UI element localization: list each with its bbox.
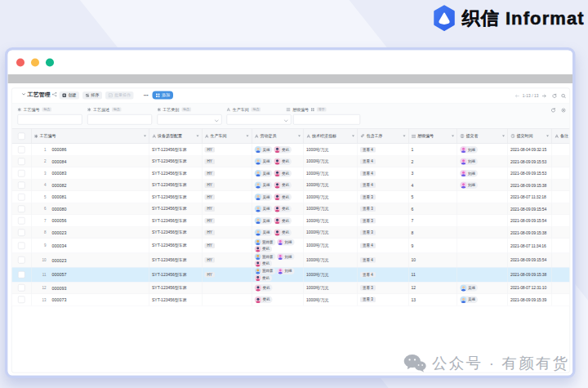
view-operations-button[interactable]: 查看 3 [360, 194, 376, 200]
table-row[interactable]: 1000086SYT-123456型车床HY吴槻樊机1000吨/万元查看 41刘… [12, 144, 570, 156]
user-chip[interactable]: 营烨森 [255, 268, 276, 274]
row-checkbox[interactable] [18, 205, 25, 212]
filter-input[interactable] [87, 114, 152, 125]
user-chip[interactable]: 刘槻 [460, 170, 478, 177]
row-checkbox[interactable] [18, 181, 25, 189]
user-chip[interactable]: 营烨森 [255, 239, 276, 245]
table-row[interactable]: 13000073SYT-123456型车床樊机1000吨/万元查看 313吴槻2… [12, 294, 570, 306]
row-checkbox[interactable] [18, 297, 25, 304]
column-header-device[interactable]: 设备选型配置 [149, 129, 203, 144]
view-operations-button[interactable]: 查看 3 [360, 285, 376, 291]
user-chip[interactable]: 吴槻 [255, 181, 273, 189]
user-chip[interactable]: 吴槻 [460, 297, 478, 304]
user-chip[interactable]: 樊机 [274, 146, 292, 154]
user-chip[interactable]: 樊机 [274, 194, 292, 201]
column-menu-icon[interactable] [247, 136, 249, 137]
user-chip[interactable]: 樊机 [255, 274, 273, 281]
column-header-submitter[interactable]: 提交者 [457, 129, 508, 144]
filter-input[interactable] [293, 114, 360, 125]
user-chip[interactable]: 樊机 [274, 158, 292, 165]
table-row[interactable]: 12000093SYT-123456型车床樊机1000吨/万元查看 312吴槻2… [12, 282, 570, 294]
view-operations-button[interactable]: 查看 3 [360, 206, 376, 212]
table-row[interactable]: 2000084SYT-123456型车床HY吴槻樊机1000吨/万元查看 42刘… [12, 156, 570, 168]
next-page-icon[interactable] [542, 94, 547, 98]
user-chip[interactable]: 吴槻 [255, 194, 273, 201]
view-operations-button[interactable]: 查看 3 [360, 230, 376, 235]
more-button[interactable]: ⋯ [144, 92, 149, 99]
minimize-button[interactable] [31, 58, 39, 66]
user-chip[interactable]: 樊机 [255, 261, 273, 267]
batch-actions-button[interactable]: 批量操作 [105, 91, 134, 100]
row-checkbox[interactable] [18, 217, 25, 225]
user-chip[interactable]: 樊机 [274, 181, 292, 189]
filter-select[interactable] [157, 114, 221, 125]
filter-operator[interactable]: 包含 [181, 108, 191, 112]
row-checkbox[interactable] [18, 146, 25, 154]
view-operations-button[interactable]: 查看 4 [360, 272, 376, 278]
user-chip[interactable]: 吴槻 [255, 217, 273, 225]
view-operations-button[interactable]: 查看 3 [360, 297, 376, 303]
column-header-crew[interactable]: 劳动定员 [252, 129, 305, 144]
view-operations-button[interactable]: 查看 4 [360, 171, 376, 176]
user-chip[interactable]: 刘槻 [460, 146, 478, 154]
user-chip[interactable]: 营烨森 [255, 253, 276, 260]
user-chip[interactable]: 吴槻 [255, 205, 273, 212]
table-row[interactable]: 3000083SYT-123456型车床HY吴槻樊机1000吨/万元查看 43刘… [12, 167, 570, 180]
user-chip[interactable]: 樊机 [274, 170, 292, 177]
column-menu-icon[interactable] [144, 136, 146, 137]
refresh-icon[interactable] [552, 93, 557, 98]
table-row[interactable]: 5000081SYT-123456型车床HY吴槻樊机1000吨/万元查看 352… [12, 191, 570, 203]
user-chip[interactable]: 樊机 [255, 284, 273, 292]
select-all-checkbox[interactable] [18, 132, 25, 140]
column-header-seq[interactable]: 层级编号 [409, 129, 458, 144]
filter-operator[interactable]: 包含 [42, 108, 52, 112]
column-menu-icon[interactable] [298, 136, 301, 137]
view-operations-button[interactable]: 查看 4 [360, 182, 376, 188]
user-chip[interactable]: 樊机 [274, 217, 292, 225]
user-chip[interactable]: 樊机 [274, 229, 292, 236]
filter-refresh-icon[interactable] [551, 108, 556, 113]
add-button[interactable]: 添加 [153, 91, 174, 100]
view-operations-button[interactable]: 查看 4 [360, 243, 376, 248]
filter-settings-icon[interactable] [561, 108, 566, 113]
row-checkbox[interactable] [18, 284, 25, 292]
user-chip[interactable]: 刘槻 [460, 181, 478, 189]
filter-operator[interactable]: 包含 [252, 108, 261, 112]
user-chip[interactable]: 吴槻 [255, 229, 273, 236]
row-checkbox[interactable] [18, 242, 25, 249]
user-chip[interactable]: 樊机 [255, 246, 273, 252]
column-menu-icon[interactable] [197, 136, 199, 137]
table-row[interactable]: 10000023SYT-123456型车床HY营烨森刘槻樊机1000吨/万元查看… [12, 253, 570, 268]
filter-operator[interactable]: 包含 [112, 108, 122, 112]
column-menu-icon[interactable] [452, 136, 454, 137]
view-operations-button[interactable]: 查看 3 [360, 218, 376, 224]
column-menu-icon[interactable] [403, 136, 406, 137]
row-checkbox[interactable] [18, 194, 25, 201]
column-header-time[interactable]: 提交时间 [508, 129, 552, 144]
table-row[interactable]: 8000023SYT-123456型车床HY吴槻樊机1000吨/万元查看 382… [12, 227, 570, 239]
user-chip[interactable]: 吴槻 [255, 146, 273, 154]
column-menu-icon[interactable] [502, 136, 505, 137]
maximize-button[interactable] [46, 58, 54, 66]
view-operations-button[interactable]: 查看 4 [360, 158, 376, 164]
column-header-note[interactable]: 备注 [552, 129, 570, 144]
sort-button[interactable]: 排序 [82, 91, 102, 100]
user-chip[interactable]: 刘槻 [277, 268, 295, 274]
filter-operator[interactable]: 等于 [317, 108, 327, 112]
user-chip[interactable]: 刘槻 [277, 253, 295, 260]
user-chip[interactable]: 吴槻 [255, 170, 273, 177]
column-menu-icon[interactable] [546, 136, 549, 137]
user-chip[interactable]: 樊机 [274, 205, 292, 212]
view-operations-button[interactable]: 查看 4 [360, 147, 376, 153]
prev-page-icon[interactable] [514, 94, 519, 98]
share-icon[interactable] [52, 92, 58, 97]
user-chip[interactable]: 刘槻 [277, 239, 295, 245]
table-row[interactable]: 11000057SYT-123456型车床HY营烨森刘槻樊机1000吨/万元查看… [12, 268, 570, 283]
column-header-code[interactable]: 工艺编号 [32, 129, 150, 144]
table-row[interactable]: 4000082SYT-123456型车床HY吴槻樊机1000吨/万元查看 44刘… [12, 180, 570, 192]
filter-input[interactable] [18, 114, 82, 125]
row-checkbox[interactable] [18, 271, 25, 279]
close-button[interactable] [16, 58, 24, 66]
table-row[interactable]: 6000080SYT-123456型车床HY吴槻樊机1000吨/万元查看 362… [12, 203, 570, 216]
user-chip[interactable]: 刘槻 [460, 158, 478, 165]
